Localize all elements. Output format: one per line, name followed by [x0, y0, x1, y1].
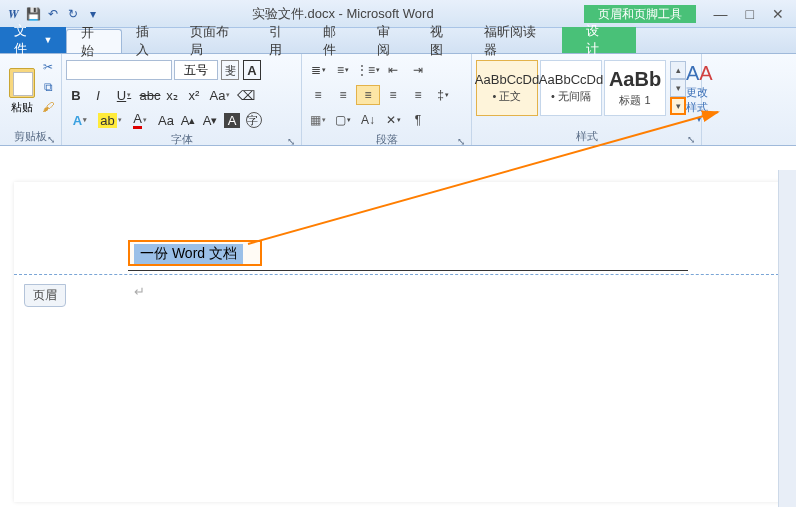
- asian-layout-button[interactable]: ✕▾: [381, 110, 405, 130]
- header-boundary: [14, 274, 784, 275]
- increase-indent-button[interactable]: ⇥: [406, 60, 430, 80]
- clear-format-button[interactable]: ⌫: [236, 85, 256, 105]
- grow-font-button[interactable]: A▴: [178, 110, 198, 130]
- align-left-button[interactable]: ≡: [306, 85, 330, 105]
- cut-icon[interactable]: ✂: [39, 58, 57, 76]
- paragraph-mark-icon: ↵: [134, 284, 145, 299]
- gallery-more-icon[interactable]: ▾: [670, 97, 686, 115]
- multilevel-button[interactable]: ⋮≡▾: [356, 60, 380, 80]
- tab-layout[interactable]: 页面布局: [176, 29, 255, 53]
- phonetic-guide-button[interactable]: 斐: [220, 60, 240, 80]
- ribbon: 粘贴 ✂ ⧉ 🖌 剪贴板⤡ 斐 A B I U▾ abc x₂: [0, 54, 796, 146]
- maximize-icon[interactable]: □: [746, 6, 754, 22]
- numbering-button[interactable]: ≡▾: [331, 60, 355, 80]
- word-icon[interactable]: 𝑾: [4, 5, 22, 23]
- gallery-down-icon[interactable]: ▾: [670, 79, 686, 97]
- para-launcher-icon[interactable]: ⤡: [457, 136, 465, 147]
- qat-dropdown-icon[interactable]: ▾: [84, 5, 102, 23]
- align-justify-button[interactable]: ≡: [381, 85, 405, 105]
- font-launcher-icon[interactable]: ⤡: [287, 136, 295, 147]
- style-gallery: AaBbCcDd • 正文 AaBbCcDd • 无间隔 AaBb 标题 1 ▴…: [476, 56, 686, 116]
- distribute-button[interactable]: ≡: [406, 85, 430, 105]
- strikethrough-button[interactable]: abc: [140, 85, 160, 105]
- bold-button[interactable]: B: [66, 85, 86, 105]
- header-underline: [128, 270, 688, 271]
- bullets-button[interactable]: ≣▾: [306, 60, 330, 80]
- tab-view[interactable]: 视图: [416, 29, 470, 53]
- paste-label: 粘贴: [11, 100, 33, 115]
- font-name-input[interactable]: [66, 60, 172, 80]
- change-case-button[interactable]: Aa▾: [206, 85, 234, 105]
- group-styles: AaBbCcDd • 正文 AaBbCcDd • 无间隔 AaBb 标题 1 ▴…: [472, 54, 702, 145]
- text-effects-button[interactable]: A▾: [66, 110, 94, 130]
- clipboard-launcher-icon[interactable]: ⤡: [47, 134, 55, 145]
- font-color-button[interactable]: A▾: [126, 110, 154, 130]
- highlight-button[interactable]: ab▾: [96, 110, 124, 130]
- document-area: 一份 Word 文档 页眉 ↵: [0, 170, 796, 507]
- group-label-styles: 样式⤡: [476, 129, 697, 145]
- page[interactable]: 一份 Word 文档 页眉 ↵: [14, 182, 784, 502]
- tab-review[interactable]: 审阅: [363, 29, 417, 53]
- close-icon[interactable]: ✕: [772, 6, 784, 22]
- line-spacing-button[interactable]: ‡▾: [431, 85, 455, 105]
- group-label-font: 字体⤡: [66, 132, 297, 147]
- change-styles-button[interactable]: AA 更改样式 ▾: [686, 56, 713, 129]
- change-styles-icon: AA: [686, 62, 713, 85]
- tab-mailings[interactable]: 邮件: [309, 29, 363, 53]
- tab-foxit[interactable]: 福昕阅读器: [470, 29, 562, 53]
- window-title: 实验文件.docx - Microsoft Word: [102, 5, 584, 23]
- align-right-button[interactable]: ≡: [356, 85, 380, 105]
- redo-icon[interactable]: ↻: [64, 5, 82, 23]
- tab-design[interactable]: 设计: [562, 27, 636, 53]
- style-heading1[interactable]: AaBb 标题 1: [604, 60, 666, 116]
- shading-button[interactable]: ▦▾: [306, 110, 330, 130]
- group-label-paragraph: 段落⤡: [306, 132, 467, 147]
- quick-access-toolbar: 𝑾 💾 ↶ ↻ ▾: [4, 5, 102, 23]
- tab-insert[interactable]: 插入: [122, 29, 176, 53]
- char-shading-button[interactable]: A: [222, 110, 242, 130]
- align-center-button[interactable]: ≡: [331, 85, 355, 105]
- save-icon[interactable]: 💾: [24, 5, 42, 23]
- subscript-button[interactable]: x₂: [162, 85, 182, 105]
- minimize-icon[interactable]: —: [714, 6, 728, 22]
- char-scale-button[interactable]: Aa: [156, 110, 176, 130]
- borders-button[interactable]: ▢▾: [331, 110, 355, 130]
- tab-home[interactable]: 开始: [66, 29, 122, 53]
- group-label-clipboard: 剪贴板⤡: [4, 129, 57, 145]
- superscript-button[interactable]: x²: [184, 85, 204, 105]
- paste-icon: [9, 68, 35, 98]
- gallery-up-icon[interactable]: ▴: [670, 61, 686, 79]
- vertical-scrollbar[interactable]: [778, 170, 796, 507]
- group-paragraph: ≣▾ ≡▾ ⋮≡▾ ⇤ ⇥ ≡ ≡ ≡ ≡ ≡ ‡▾ ▦▾ ▢▾ A↓ ✕▾ ¶: [302, 54, 472, 145]
- contextual-tab-label: 页眉和页脚工具: [584, 5, 696, 23]
- tab-file[interactable]: 文件▼: [0, 27, 66, 53]
- decrease-indent-button[interactable]: ⇤: [381, 60, 405, 80]
- group-font: 斐 A B I U▾ abc x₂ x² Aa▾ ⌫ A▾ ab▾ A▾ Aa …: [62, 54, 302, 145]
- header-text-selected[interactable]: 一份 Word 文档: [134, 244, 243, 264]
- enclose-char-button[interactable]: 字: [244, 110, 264, 130]
- styles-launcher-icon[interactable]: ⤡: [687, 134, 695, 145]
- style-nospace[interactable]: AaBbCcDd • 无间隔: [540, 60, 602, 116]
- show-marks-button[interactable]: ¶: [406, 110, 430, 130]
- group-clipboard: 粘贴 ✂ ⧉ 🖌 剪贴板⤡: [0, 54, 62, 145]
- font-size-input[interactable]: [174, 60, 218, 80]
- sort-button[interactable]: A↓: [356, 110, 380, 130]
- paste-button[interactable]: 粘贴: [4, 56, 39, 126]
- header-section-tag[interactable]: 页眉: [24, 284, 66, 307]
- underline-button[interactable]: U▾: [110, 85, 138, 105]
- char-border-button[interactable]: A: [242, 60, 262, 80]
- undo-icon[interactable]: ↶: [44, 5, 62, 23]
- ribbon-tabs: 文件▼ 开始 插入 页面布局 引用 邮件 审阅 视图 福昕阅读器 设计: [0, 28, 796, 54]
- tab-references[interactable]: 引用: [255, 29, 309, 53]
- style-normal[interactable]: AaBbCcDd • 正文: [476, 60, 538, 116]
- italic-button[interactable]: I: [88, 85, 108, 105]
- window-controls: — □ ✕: [714, 6, 784, 22]
- shrink-font-button[interactable]: A▾: [200, 110, 220, 130]
- copy-icon[interactable]: ⧉: [39, 78, 57, 96]
- format-painter-icon[interactable]: 🖌: [39, 98, 57, 116]
